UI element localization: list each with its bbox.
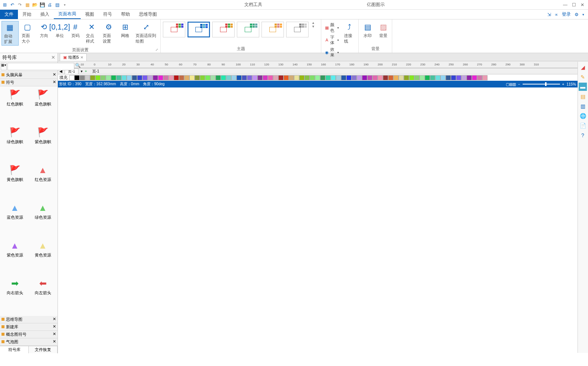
view-mode-icons[interactable]: ▢▤▥ xyxy=(506,82,516,86)
login-link[interactable]: 登录 xyxy=(562,11,571,18)
open-icon[interactable]: 📂 xyxy=(31,1,38,8)
sidebar-close-icon[interactable]: ✕ xyxy=(51,55,55,60)
color-swatch[interactable] xyxy=(393,75,399,80)
color-swatch[interactable] xyxy=(247,75,252,80)
menu-symbol[interactable]: 符号 xyxy=(99,10,117,19)
color-swatch[interactable] xyxy=(299,75,304,80)
close-icon[interactable]: ✕ xyxy=(581,2,584,7)
maximize-icon[interactable]: ☐ xyxy=(572,2,576,7)
theme-thumb-5[interactable] xyxy=(286,22,309,37)
color-swatch[interactable] xyxy=(80,75,85,80)
color-swatch[interactable] xyxy=(284,75,289,80)
color-swatch[interactable] xyxy=(231,75,236,80)
color-swatch[interactable] xyxy=(451,75,456,80)
dialog-launcher-icon[interactable]: ⤢ xyxy=(155,47,160,52)
effect-dropdown[interactable]: ◉效果▾ xyxy=(324,46,340,58)
close-tab-icon[interactable]: ✕ xyxy=(80,55,83,59)
color-swatch[interactable] xyxy=(242,75,247,80)
page-num-button[interactable]: #页码 xyxy=(68,21,83,39)
add-page-icon[interactable]: + xyxy=(85,69,87,73)
color-swatch[interactable] xyxy=(409,75,414,80)
color-swatch[interactable] xyxy=(482,75,488,80)
color-swatch[interactable] xyxy=(221,75,226,80)
zoom-slider[interactable] xyxy=(523,84,560,84)
color-swatch[interactable] xyxy=(461,75,467,80)
export-icon[interactable]: ⇲ xyxy=(547,12,551,17)
color-swatch[interactable] xyxy=(263,75,268,80)
color-swatch[interactable] xyxy=(346,75,352,80)
color-swatch[interactable] xyxy=(357,75,362,80)
color-swatch[interactable] xyxy=(137,75,142,80)
symbol-search-input[interactable] xyxy=(7,63,74,70)
color-swatch[interactable] xyxy=(430,75,435,80)
page-settings-button[interactable]: ⚙页面设置 xyxy=(100,21,117,45)
color-swatch[interactable] xyxy=(310,75,315,80)
fit-page-button[interactable]: ⤢页面适应到绘图 xyxy=(133,21,159,45)
color-swatch[interactable] xyxy=(420,75,425,80)
color-swatch[interactable] xyxy=(414,75,420,80)
color-swatch[interactable] xyxy=(331,75,336,80)
color-swatch[interactable] xyxy=(367,75,372,80)
color-swatch[interactable] xyxy=(294,75,299,80)
color-swatch[interactable] xyxy=(477,75,482,80)
color-swatch[interactable] xyxy=(195,75,200,80)
theme-thumb-0[interactable] xyxy=(163,22,185,37)
color-swatch[interactable] xyxy=(425,75,430,80)
line-tool-icon[interactable]: ✎ xyxy=(579,73,587,81)
background-button[interactable]: ▨ 背景 xyxy=(376,21,391,39)
menu-insert[interactable]: 插入 xyxy=(36,10,54,19)
color-swatch[interactable] xyxy=(472,75,477,80)
fill-tool-icon[interactable]: ◢ xyxy=(579,63,587,71)
color-swatch[interactable] xyxy=(174,75,179,80)
preview-icon[interactable]: ▤ xyxy=(54,1,61,8)
color-swatch[interactable] xyxy=(304,75,310,80)
color-swatch[interactable] xyxy=(85,75,90,80)
save-icon[interactable]: 💾 xyxy=(39,1,46,8)
lib-dropdown[interactable]: ▦▾ xyxy=(1,63,7,70)
color-swatch[interactable] xyxy=(456,75,461,80)
color-swatch[interactable] xyxy=(200,75,205,80)
menu-view[interactable]: 视图 xyxy=(81,10,99,19)
color-swatch[interactable] xyxy=(440,75,446,80)
color-swatch[interactable] xyxy=(325,75,331,80)
grid-button[interactable]: ⊞网格 xyxy=(118,21,133,39)
menu-help[interactable]: 帮助 xyxy=(117,10,134,19)
color-swatch[interactable] xyxy=(399,75,404,80)
color-swatch[interactable] xyxy=(216,75,221,80)
document-tab[interactable]: ▣ 绘图5 ✕ xyxy=(60,53,87,61)
color-swatch[interactable] xyxy=(278,75,284,80)
color-swatch[interactable] xyxy=(74,75,80,80)
color-swatch[interactable] xyxy=(69,75,74,80)
color-swatch[interactable] xyxy=(132,75,137,80)
color-swatch[interactable] xyxy=(90,75,95,80)
color-swatch[interactable] xyxy=(388,75,393,80)
color-swatch[interactable] xyxy=(153,75,158,80)
search-icon[interactable]: 🔍 xyxy=(75,63,81,70)
color-swatch[interactable] xyxy=(383,75,388,80)
color-swatch[interactable] xyxy=(163,75,168,80)
color-swatch[interactable] xyxy=(95,75,100,80)
color-swatch[interactable] xyxy=(268,75,273,80)
color-swatch[interactable] xyxy=(168,75,174,80)
print-icon[interactable]: 🖨 xyxy=(46,1,53,8)
color-swatch[interactable] xyxy=(100,75,106,80)
color-swatch[interactable] xyxy=(148,75,153,80)
color-swatch[interactable] xyxy=(127,75,132,80)
redo-icon[interactable]: ↷ xyxy=(16,1,23,8)
color-swatch[interactable] xyxy=(289,75,294,80)
watermark-button[interactable]: ▤ 水印 xyxy=(360,21,375,39)
color-swatch[interactable] xyxy=(158,75,163,80)
theme-more-icon[interactable]: ▲▼ xyxy=(310,21,316,28)
color-swatch[interactable] xyxy=(273,75,278,80)
color-swatch[interactable] xyxy=(205,75,210,80)
page-size-button[interactable]: ▢页面大小 xyxy=(19,21,36,45)
qat-more-icon[interactable]: ▾ xyxy=(61,1,68,8)
theme-thumb-3[interactable] xyxy=(237,22,259,37)
theme-thumb-2[interactable] xyxy=(212,22,235,37)
color-swatch[interactable] xyxy=(142,75,148,80)
color-swatch[interactable] xyxy=(352,75,357,80)
qat-app-icon[interactable]: ⊞ xyxy=(1,1,8,8)
color-swatch[interactable] xyxy=(404,75,409,80)
color-swatch[interactable] xyxy=(121,75,127,80)
minimize-icon[interactable]: — xyxy=(563,2,567,7)
